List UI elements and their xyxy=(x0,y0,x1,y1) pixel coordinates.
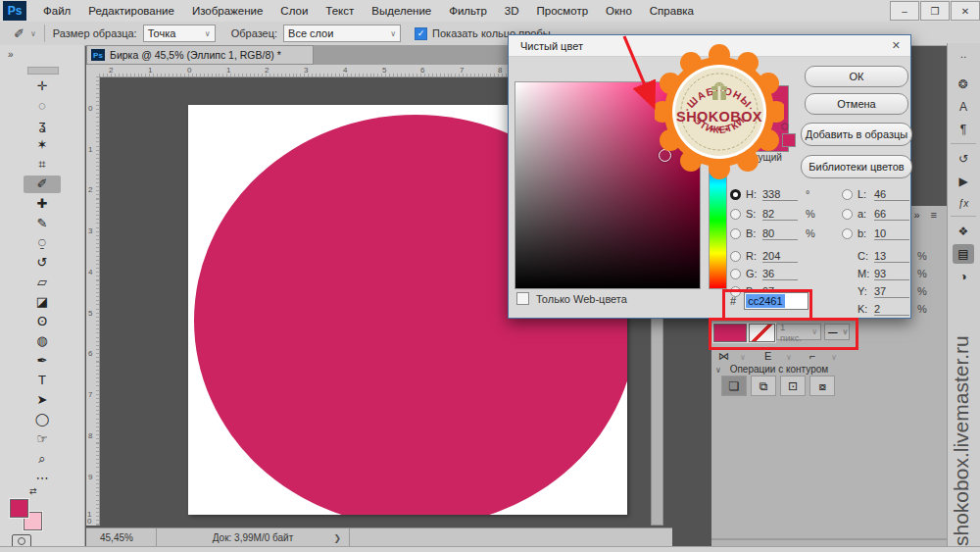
menu-item-select[interactable]: Выделение xyxy=(363,5,440,17)
healing-brush-tool[interactable]: ✚ xyxy=(0,195,84,213)
zoom-tool[interactable]: ⌕ xyxy=(0,450,84,468)
sample-layers-dropdown[interactable]: Все слои∨ xyxy=(283,25,401,42)
menu-item-image[interactable]: Изображение xyxy=(183,5,271,17)
dialog-close-icon[interactable]: ✕ xyxy=(892,39,901,52)
actions-panel-icon[interactable]: ▶ xyxy=(953,172,974,191)
path-operations-header[interactable]: ∨ Операции с контуром xyxy=(715,364,828,375)
align-options-icon[interactable]: ⌐ xyxy=(809,350,815,362)
menu-item-help[interactable]: Справка xyxy=(641,5,703,17)
status-chevron-icon[interactable]: ❯ xyxy=(333,533,341,543)
restore-button[interactable]: ❐ xyxy=(920,1,950,21)
adjustments-panel-icon[interactable]: ◑ xyxy=(953,267,974,286)
red-field[interactable]: 204 xyxy=(762,250,798,263)
menu-item-window[interactable]: Окно xyxy=(597,5,641,17)
menu-item-edit[interactable]: Редактирование xyxy=(79,5,183,17)
swap-colors-icon[interactable]: ⇄ xyxy=(29,486,37,496)
add-to-swatches-button[interactable]: Добавить в образцы xyxy=(801,123,912,146)
saturation-field[interactable]: 82 xyxy=(762,208,798,221)
document-tab[interactable]: Ps Бирка @ 45,5% (Эллипс 1, RGB/8) * xyxy=(86,45,314,65)
zoom-level-field[interactable]: 45,45% xyxy=(86,528,157,547)
ok-button[interactable]: ОК xyxy=(805,66,908,87)
menu-item-filter[interactable]: Фильтр xyxy=(440,5,496,17)
menu-item-file[interactable]: Файл xyxy=(34,5,79,17)
lab-l-radio[interactable] xyxy=(842,189,853,200)
intersect-shapes-button[interactable]: ⊡ xyxy=(780,376,806,396)
ruler-number: 2 xyxy=(265,66,269,75)
separator xyxy=(44,25,45,42)
panel-menu-icon[interactable]: ≡ xyxy=(931,209,941,221)
green-radio[interactable] xyxy=(730,269,741,279)
history-brush-tool[interactable]: ↺ xyxy=(0,254,84,272)
blur-tool[interactable]: ʘ xyxy=(0,313,84,330)
gamut-color-swatch[interactable] xyxy=(782,133,796,147)
properties-panel-icon[interactable]: ▤ xyxy=(953,244,974,264)
mask-options-icon[interactable]: ⋈ xyxy=(718,350,729,363)
stroke-options-caret-icon[interactable]: ∨ xyxy=(786,353,792,362)
styles-panel-icon[interactable]: ƒx xyxy=(953,194,974,214)
layers-panel-icon[interactable]: ❖ xyxy=(953,222,974,241)
eyedropper-tool-selected[interactable]: ✐ xyxy=(24,176,61,193)
path-selection-tool[interactable]: ➤ xyxy=(0,391,84,409)
hue-radio[interactable] xyxy=(730,189,741,200)
stroke-options-icon[interactable]: Ε xyxy=(764,350,771,362)
more-tools[interactable]: ⋯ xyxy=(0,470,84,487)
lab-a-field[interactable]: 66 xyxy=(874,208,909,221)
cyan-field[interactable]: 13 xyxy=(874,250,909,263)
brightness-field[interactable]: 80 xyxy=(762,227,798,240)
exclude-shapes-button[interactable]: ⧇ xyxy=(809,376,835,396)
lab-b-radio[interactable] xyxy=(842,228,853,239)
color-panel-icon[interactable]: ❂ xyxy=(953,75,974,94)
menu-item-3d[interactable]: 3D xyxy=(496,5,528,17)
eraser-tool[interactable]: ▱ xyxy=(0,274,84,291)
minimize-button[interactable]: – xyxy=(890,1,919,21)
yellow-field[interactable]: 37 xyxy=(874,285,909,298)
brush-tool[interactable]: ✎ xyxy=(0,215,84,232)
collapse-tools-icon[interactable]: » xyxy=(8,49,14,60)
clone-stamp-tool[interactable]: ⍜ xyxy=(0,234,84,252)
show-ring-checkbox[interactable]: ✓ xyxy=(415,27,427,40)
saturation-radio[interactable] xyxy=(730,209,741,220)
document-sizes[interactable]: Док: 3,99М/0 байт ❯ xyxy=(157,528,350,547)
dodge-tool[interactable]: ◍ xyxy=(0,332,84,350)
collapse-dock-icon[interactable]: ‥ xyxy=(953,45,974,65)
green-field[interactable]: 36 xyxy=(762,268,798,280)
lab-b-field[interactable]: 10 xyxy=(874,227,909,240)
menu-item-layers[interactable]: Слои xyxy=(271,5,317,17)
character-panel-icon[interactable]: A xyxy=(953,97,974,117)
tool-preset-caret-icon[interactable]: ∨ xyxy=(30,29,36,38)
mask-options-caret-icon[interactable]: ∨ xyxy=(735,350,746,362)
move-tool[interactable]: ✛ xyxy=(0,77,84,95)
paragraph-panel-icon[interactable]: ¶ xyxy=(953,120,974,139)
lasso-tool[interactable]: ʓ xyxy=(0,117,84,134)
lab-a-radio[interactable] xyxy=(842,209,853,220)
hand-tool[interactable]: ☞ xyxy=(0,430,84,448)
red-radio[interactable] xyxy=(730,251,741,262)
type-tool[interactable]: T xyxy=(0,372,84,389)
lab-l-field[interactable]: 46 xyxy=(874,188,909,201)
combine-shapes-button[interactable]: ❏ xyxy=(721,376,747,396)
vertical-ruler[interactable] xyxy=(86,76,100,526)
eyedropper-tool-icon[interactable]: ✐ xyxy=(14,26,24,41)
crop-tool[interactable]: ⌗ xyxy=(0,156,84,174)
pen-tool[interactable]: ✒ xyxy=(0,352,84,370)
hue-field[interactable]: 338 xyxy=(762,188,798,201)
tools-grip[interactable] xyxy=(27,67,59,75)
foreground-color-swatch[interactable] xyxy=(10,499,28,518)
align-options-caret-icon[interactable]: ∨ xyxy=(831,353,837,362)
sample-size-dropdown[interactable]: Точка∨ xyxy=(143,25,216,42)
marquee-tool[interactable]: ◌ xyxy=(0,97,84,115)
menu-item-type[interactable]: Текст xyxy=(317,5,363,17)
web-colors-checkbox[interactable] xyxy=(516,292,529,305)
magenta-field[interactable]: 93 xyxy=(874,268,909,280)
gradient-tool[interactable]: ◪ xyxy=(0,293,84,311)
cancel-button[interactable]: Отмена xyxy=(805,93,908,115)
close-button[interactable]: ✕ xyxy=(951,1,980,21)
brightness-radio[interactable] xyxy=(730,228,741,239)
menu-item-view[interactable]: Просмотр xyxy=(528,5,598,17)
black-field[interactable]: 2 xyxy=(874,303,909,316)
magic-wand-tool[interactable]: ✶ xyxy=(0,136,84,154)
subtract-shape-button[interactable]: ⧉ xyxy=(751,376,776,396)
color-libraries-button[interactable]: Библиотеки цветов xyxy=(801,155,912,178)
shape-tool[interactable]: ◯ xyxy=(0,411,84,428)
history-panel-icon[interactable]: ↺ xyxy=(953,149,974,169)
